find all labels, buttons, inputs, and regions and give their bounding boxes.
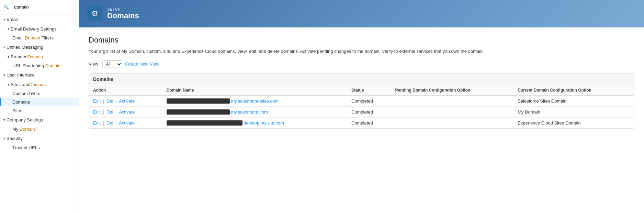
row1-status: Completed bbox=[347, 95, 391, 106]
action-links: Edit | Del | Activate bbox=[93, 120, 135, 126]
main-content: ⚙ SETUP Domains Domains Your org's list … bbox=[79, 0, 644, 213]
table-header-row: Action Domain Name ↑ Status Pending Doma… bbox=[89, 85, 634, 96]
header-title: Domains bbox=[107, 11, 139, 20]
search-input[interactable] bbox=[11, 3, 75, 11]
row2-current-config: My Domain bbox=[513, 106, 634, 117]
row3-current-config: Experience Cloud Sites Domain bbox=[513, 117, 634, 128]
sidebar: 🔍 ▾ Email ▾ Email Delivery Settings Emai… bbox=[0, 0, 79, 213]
edit-link-2[interactable]: Edit bbox=[93, 109, 101, 115]
redacted-domain-2: ████████████████████ bbox=[167, 109, 230, 115]
sidebar-item-domains[interactable]: Domains bbox=[0, 98, 79, 106]
sidebar-item-user-interface[interactable]: ▾ User Interface bbox=[0, 70, 79, 80]
chevron-icon: ▾ bbox=[3, 45, 5, 49]
row1-pending bbox=[391, 95, 514, 106]
del-link-3[interactable]: Del bbox=[106, 120, 113, 126]
col-status: Status bbox=[347, 85, 391, 96]
content-area: Domains Your org's list of My Domain, cu… bbox=[79, 27, 644, 213]
row2-pending bbox=[391, 106, 514, 117]
sidebar-item-security-label: Security bbox=[7, 136, 23, 141]
edit-link-1[interactable]: Edit bbox=[93, 98, 101, 104]
header-icon: ⚙ bbox=[87, 6, 102, 21]
row2-action: Edit | Del | Activate bbox=[89, 106, 162, 117]
sidebar-item-unified-messaging-label: Unified Messaging bbox=[7, 45, 43, 50]
domain-link-3[interactable]: .develop.my.site.com bbox=[242, 120, 284, 126]
del-link-2[interactable]: Del bbox=[106, 109, 113, 115]
sidebar-item-company-settings-label: Company Settings bbox=[7, 117, 43, 122]
row2-status: Completed bbox=[347, 106, 391, 117]
sidebar-item-company-settings[interactable]: ▾ Company Settings bbox=[0, 115, 79, 125]
col-domain-name: Domain Name ↑ bbox=[162, 85, 347, 96]
domain-link-1[interactable]: .my.salesforce-sites.com bbox=[230, 98, 279, 104]
row1-current-config: Salesforce Sites Domain bbox=[513, 95, 634, 106]
create-new-view-link[interactable]: Create New View bbox=[125, 61, 159, 67]
sidebar-item-url-shortening-domain[interactable]: URL Shortening Domain bbox=[0, 61, 79, 70]
sidebar-item-security[interactable]: ▾ Security bbox=[0, 133, 79, 143]
highlight-domain: Domain bbox=[20, 127, 35, 132]
row3-status: Completed bbox=[347, 117, 391, 128]
domains-table-container: Domains Action Domain Name ↑ Status Pend… bbox=[89, 73, 634, 129]
search-bar: 🔍 bbox=[0, 0, 79, 14]
redacted-domain-1: ████████████████████ bbox=[167, 98, 230, 104]
sidebar-item-sites[interactable]: Sites bbox=[0, 106, 79, 115]
table-row: Edit | Del | Activate ██████████████████… bbox=[89, 106, 634, 117]
chevron-icon: ▾ bbox=[8, 27, 9, 31]
sidebar-item-email[interactable]: ▾ Email bbox=[0, 14, 79, 24]
chevron-icon: ▾ bbox=[3, 118, 5, 122]
chevron-icon: ▾ bbox=[8, 83, 9, 86]
table-header-bar: Domains bbox=[89, 74, 634, 85]
row3-pending bbox=[391, 117, 514, 128]
col-current-config: Current Domain Configuration Option bbox=[513, 85, 634, 96]
sort-icon: ↑ bbox=[196, 88, 198, 92]
row2-domain: ████████████████████.my.salesforce.com bbox=[162, 106, 347, 117]
activate-link-3[interactable]: Activate bbox=[119, 120, 135, 126]
sidebar-item-email-domain-filters[interactable]: Email Domain Filters bbox=[0, 34, 79, 42]
sidebar-item-trusted-urls[interactable]: Trusted URLs bbox=[0, 143, 79, 152]
view-label: View: bbox=[89, 61, 100, 67]
row3-action: Edit | Del | Activate bbox=[89, 117, 162, 128]
page-title: Domains bbox=[89, 36, 634, 45]
col-action: Action bbox=[89, 85, 162, 96]
highlight-domains: Domains bbox=[29, 82, 47, 87]
sidebar-item-custom-urls[interactable]: Custom URLs bbox=[0, 89, 79, 98]
chevron-icon: ▾ bbox=[3, 17, 5, 21]
search-icon: 🔍 bbox=[3, 4, 9, 10]
domain-link-2[interactable]: .my.salesforce.com bbox=[230, 109, 268, 115]
gear-icon: ⚙ bbox=[91, 9, 98, 18]
sidebar-item-email-delivery-label: Email Delivery Settings bbox=[11, 26, 57, 32]
view-bar: View: All Create New View bbox=[89, 60, 634, 68]
setup-label: SETUP bbox=[107, 7, 139, 11]
row3-domain: ████████████████████████.develop.my.site… bbox=[162, 117, 347, 128]
row1-action: Edit | Del | Activate bbox=[89, 95, 162, 106]
page-description: Your org's list of My Domain, custom, si… bbox=[89, 48, 634, 55]
highlight-domain: Domain bbox=[27, 54, 43, 59]
highlight-domain: Domain bbox=[45, 63, 61, 68]
chevron-icon: ▾ bbox=[8, 55, 9, 59]
header-text: SETUP Domains bbox=[107, 7, 139, 20]
chevron-icon: ▾ bbox=[3, 73, 5, 77]
nav-section: ▾ Email ▾ Email Delivery Settings Email … bbox=[0, 14, 79, 152]
activate-link-1[interactable]: Activate bbox=[119, 98, 135, 104]
chevron-icon: ▾ bbox=[3, 137, 5, 140]
sidebar-item-user-interface-label: User Interface bbox=[7, 72, 35, 78]
sidebar-item-sites-and-domains[interactable]: ▾ Sites and Domains bbox=[0, 80, 79, 89]
col-pending-config: Pending Domain Configuration Option bbox=[391, 85, 514, 96]
highlight-domain: Domain bbox=[25, 35, 40, 40]
activate-link-2[interactable]: Activate bbox=[119, 109, 135, 115]
sidebar-item-branded-domain[interactable]: ▾ Branded Domain bbox=[0, 52, 79, 61]
sidebar-item-my-domain[interactable]: My Domain bbox=[0, 125, 79, 133]
view-select[interactable]: All bbox=[102, 60, 122, 68]
domains-table: Action Domain Name ↑ Status Pending Doma… bbox=[89, 85, 634, 128]
edit-link-3[interactable]: Edit bbox=[93, 120, 101, 126]
sidebar-item-email-label: Email bbox=[7, 17, 18, 22]
row1-domain: ████████████████████.my.salesforce-sites… bbox=[162, 95, 347, 106]
table-row: Edit | Del | Activate ██████████████████… bbox=[89, 95, 634, 106]
page-header: ⚙ SETUP Domains bbox=[79, 0, 644, 27]
redacted-domain-3: ████████████████████████ bbox=[167, 120, 242, 126]
sidebar-item-unified-messaging[interactable]: ▾ Unified Messaging bbox=[0, 42, 79, 52]
sidebar-item-email-delivery-settings[interactable]: ▾ Email Delivery Settings bbox=[0, 24, 79, 34]
table-row: Edit | Del | Activate ██████████████████… bbox=[89, 117, 634, 128]
action-links: Edit | Del | Activate bbox=[93, 109, 135, 115]
del-link-1[interactable]: Del bbox=[106, 98, 113, 104]
action-links: Edit | Del | Activate bbox=[93, 98, 135, 104]
